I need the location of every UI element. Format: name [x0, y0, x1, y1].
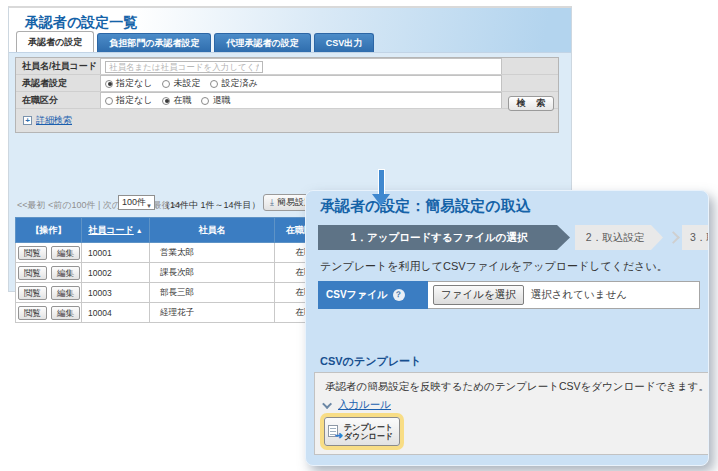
- employee-code-cell: 10004: [82, 303, 150, 323]
- tab-bar: 承認者の設定負担部門の承認者設定代理承認者の設定CSV出力: [16, 31, 374, 52]
- screenshot-stage: 承認者の設定一覧 承認者の設定負担部門の承認者設定代理承認者の設定CSV出力 社…: [0, 0, 718, 471]
- step-3-import: 3．取込: [682, 225, 709, 250]
- input-rule-link[interactable]: 入力ルール: [338, 398, 391, 412]
- edit-button[interactable]: 編集: [51, 286, 80, 300]
- annotation-arrow-down-icon: [372, 169, 390, 206]
- radio-circle-icon[interactable]: [201, 97, 209, 105]
- column-header-0: 【操作】: [16, 218, 82, 243]
- employee-code-cell: 10002: [82, 263, 150, 283]
- form-row-employee: 社員名/社員コード: [16, 58, 558, 75]
- edit-button[interactable]: 編集: [51, 266, 80, 280]
- employee-code-cell: 10003: [82, 283, 150, 303]
- view-button[interactable]: 閲覧: [18, 286, 47, 300]
- approver-setting-label: 承認者設定: [16, 75, 100, 91]
- window-header-band: 承認者の設定一覧 承認者の設定負担部門の承認者設定代理承認者の設定CSV出力: [9, 8, 571, 52]
- csv-document-icon: ➜: [328, 425, 341, 439]
- search-button[interactable]: 検 索: [508, 96, 554, 111]
- chevron-down-icon: ▼: [146, 200, 152, 213]
- template-section-box: 承認者の簡易設定を反映するためのテンプレートCSVをダウンロードできます。 入力…: [314, 372, 709, 455]
- view-button[interactable]: 閲覧: [18, 246, 47, 260]
- sort-ascending-icon: ▲: [134, 227, 143, 234]
- csv-file-label: CSVファイル ？: [318, 281, 428, 309]
- employee-name-cell: 営業太郎: [150, 243, 275, 263]
- radio-circle-icon[interactable]: [162, 97, 170, 105]
- step-indicator: 1．アップロードするファイルの選択 2．取込設定 3．取込: [318, 225, 709, 250]
- expand-plus-icon[interactable]: +: [23, 116, 32, 125]
- column-header-1[interactable]: 社員コード ▲: [82, 218, 150, 243]
- dialog-title: 承認者の設定：簡易設定の取込: [320, 197, 531, 216]
- form-row-employment: 在職区分 指定なし在職退職: [16, 92, 558, 109]
- search-form: 社員名/社員コード 承認者設定 指定なし未設定設定済み 在職区分 指定なし在職退…: [15, 57, 559, 133]
- radio-option-設定済み[interactable]: 設定済み: [210, 77, 257, 90]
- form-row-approver-setting: 承認者設定 指定なし未設定設定済み: [16, 75, 558, 92]
- column-header-2: 社員名: [150, 218, 275, 243]
- radio-option-退職[interactable]: 退職: [201, 94, 230, 107]
- tab-3[interactable]: CSV出力: [314, 33, 375, 52]
- detail-search: + 詳細検索: [23, 114, 72, 127]
- help-icon[interactable]: ？: [393, 289, 405, 301]
- employment-label: 在職区分: [16, 92, 100, 108]
- download-icon: ⤓: [270, 195, 274, 210]
- input-rule-row: 入力ルール: [325, 398, 391, 412]
- csv-file-row: CSVファイル ？ ファイルを選択 選択されていません: [318, 281, 700, 309]
- view-button[interactable]: 閲覧: [18, 266, 47, 280]
- employment-radio-group: 指定なし在職退職: [100, 92, 502, 108]
- employee-code-cell: 10001: [82, 243, 150, 263]
- radio-option-在職[interactable]: 在職: [162, 94, 191, 107]
- upload-instruction: テンプレートを利用してCSVファイルをアップロードしてください。: [320, 259, 668, 274]
- step-1-file-select: 1．アップロードするファイルの選択: [318, 225, 570, 250]
- edit-button[interactable]: 編集: [51, 306, 80, 320]
- page-size-select[interactable]: 100件 ▼: [118, 195, 155, 210]
- radio-circle-icon[interactable]: [162, 80, 170, 88]
- edit-button[interactable]: 編集: [51, 246, 80, 260]
- page-size-value: 100件: [122, 197, 146, 207]
- chevron-down-icon: [322, 399, 332, 409]
- employee-search-input[interactable]: [105, 61, 263, 73]
- radio-option-指定なし[interactable]: 指定なし: [105, 77, 152, 90]
- radio-circle-icon[interactable]: [210, 80, 218, 88]
- tab-0[interactable]: 承認者の設定: [16, 31, 94, 52]
- approver-setting-radio-group: 指定なし未設定設定済み: [100, 75, 502, 91]
- radio-option-未設定[interactable]: 未設定: [162, 77, 200, 90]
- employee-field-label: 社員名/社員コード: [16, 58, 100, 74]
- template-section-heading: CSVのテンプレート: [320, 354, 421, 369]
- chevron-right-icon: [667, 231, 680, 244]
- employee-name-cell: 部長三郎: [150, 283, 275, 303]
- result-count-text: （14件中 1件～14件目）: [161, 199, 261, 212]
- radio-option-指定なし[interactable]: 指定なし: [105, 94, 152, 107]
- radio-circle-icon[interactable]: [105, 97, 113, 105]
- file-select-button[interactable]: ファイルを選択: [433, 285, 524, 305]
- step-2-import-settings: 2．取込設定: [575, 225, 663, 250]
- tab-1[interactable]: 負担部門の承認者設定: [97, 33, 211, 52]
- page-title: 承認者の設定一覧: [25, 14, 137, 32]
- pager-text[interactable]: <<最初 <前の100件 | 次の100件> 最後>>: [17, 199, 181, 212]
- employee-name-cell: 課長次郎: [150, 263, 275, 283]
- csv-import-dialog: 承認者の設定：簡易設定の取込 1．アップロードするファイルの選択 2．取込設定 …: [305, 190, 709, 466]
- template-description: 承認者の簡易設定を反映するためのテンプレートCSVをダウンロードできます。: [325, 380, 709, 394]
- detail-search-link[interactable]: 詳細検索: [36, 114, 72, 127]
- tab-2[interactable]: 代理承認者の設定: [214, 33, 310, 52]
- employee-name-cell: 経理花子: [150, 303, 275, 323]
- template-download-button[interactable]: ➜ テンプレート ダウンロード: [324, 417, 400, 446]
- file-selected-status: 選択されていません: [531, 288, 627, 302]
- radio-circle-icon[interactable]: [105, 80, 113, 88]
- view-button[interactable]: 閲覧: [18, 306, 47, 320]
